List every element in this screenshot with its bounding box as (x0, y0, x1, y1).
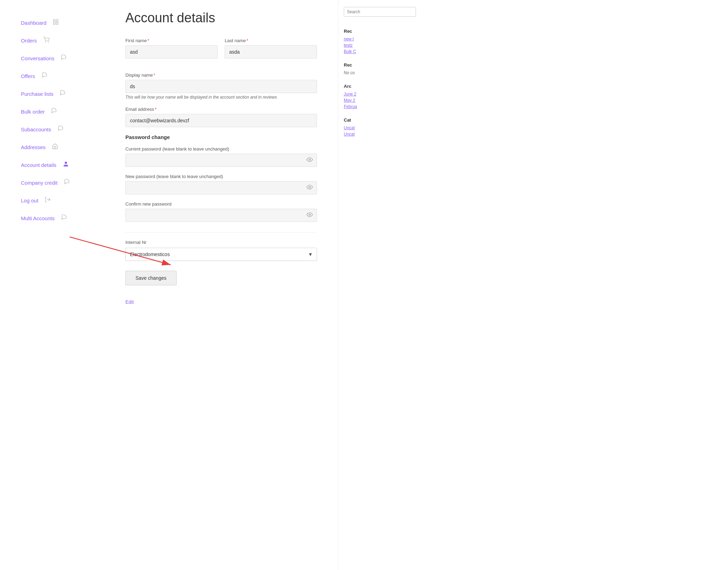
svg-point-10 (309, 214, 311, 216)
new-password-label: New password (leave blank to leave uncha… (125, 174, 317, 179)
subaccounts-icon (57, 125, 64, 133)
name-row: First name* Last name* (125, 38, 317, 66)
current-password-group: Current password (leave blank to leave u… (125, 146, 317, 167)
archive-link-2[interactable]: May 2 (344, 98, 416, 103)
first-name-input[interactable] (125, 45, 218, 59)
first-name-group: First name* (125, 38, 218, 59)
sidebar-item-subaccounts[interactable]: Subaccounts (21, 121, 104, 138)
multi-accounts-icon (60, 214, 68, 222)
new-password-toggle-icon[interactable] (307, 184, 313, 192)
display-name-hint: This will be how your name will be displ… (125, 95, 317, 100)
display-name-group: Display name* This will be how your name… (125, 72, 317, 100)
email-group: Email address* (125, 107, 317, 127)
current-password-input[interactable] (125, 154, 317, 167)
password-section-title: Password change (125, 134, 317, 140)
sidebar-item-account-details[interactable]: Account details (21, 156, 104, 174)
company-credit-icon (63, 179, 71, 187)
recent-link-3[interactable]: Bulk C (344, 49, 416, 54)
sidebar-item-dashboard[interactable]: Dashboard (21, 14, 104, 32)
account-details-icon (62, 161, 70, 169)
svg-rect-2 (56, 23, 58, 24)
log-out-icon (44, 197, 52, 205)
categories-title: Cat (344, 117, 416, 123)
svg-point-4 (45, 42, 46, 43)
offers-icon (41, 72, 48, 80)
new-password-group: New password (leave blank to leave uncha… (125, 174, 317, 194)
last-name-input[interactable] (225, 45, 317, 59)
svg-rect-0 (54, 20, 55, 21)
svg-point-5 (48, 42, 49, 43)
sidebar-item-orders[interactable]: Orders (21, 32, 104, 49)
sidebar-item-log-out[interactable]: Log out (21, 192, 104, 209)
sidebar-item-conversations[interactable]: Conversations (21, 49, 104, 67)
recent-title-1: Rec (344, 29, 416, 34)
new-password-wrapper (125, 181, 317, 194)
current-password-toggle-icon[interactable] (307, 156, 313, 164)
confirm-password-label: Confirm new password (125, 201, 317, 207)
orders-icon (42, 37, 50, 45)
new-password-input[interactable] (125, 181, 317, 194)
internal-nr-label: Internal Nr (125, 240, 317, 245)
first-name-label: First name* (125, 38, 218, 43)
recent-section-1: Rec new t testz Bulk C (344, 29, 416, 54)
purchase-lists-icon (59, 90, 67, 98)
dashboard-icon (52, 19, 60, 27)
confirm-password-input[interactable] (125, 209, 317, 222)
archive-link-3[interactable]: Februa (344, 104, 416, 109)
archive-section: Arc June 2 May 2 Februa (344, 84, 416, 109)
edit-link[interactable]: Edit (125, 299, 317, 305)
email-label: Email address* (125, 107, 317, 112)
recent-link-2[interactable]: testz (344, 43, 416, 48)
sidebar: Dashboard Orders Conversations Offers Pu… (0, 0, 111, 570)
recent-section-2: Rec No co (344, 62, 416, 75)
sidebar-item-offers[interactable]: Offers (21, 67, 104, 85)
sidebar-item-multi-accounts[interactable]: Multi Accounts (21, 209, 104, 227)
main-content: Account details First name* Last name* D… (111, 0, 338, 570)
internal-nr-section: Internal Nr Electrodomesticos ▼ (125, 232, 317, 261)
display-name-label: Display name* (125, 72, 317, 78)
addresses-icon (51, 143, 59, 151)
internal-nr-select-wrapper: Electrodomesticos ▼ (125, 248, 317, 261)
sidebar-item-addresses[interactable]: Addresses (21, 138, 104, 156)
svg-rect-3 (54, 23, 55, 24)
category-link-2[interactable]: Uncat (344, 132, 416, 137)
svg-point-8 (309, 159, 311, 161)
conversations-icon (60, 54, 68, 62)
categories-section: Cat Uncat Uncat (344, 117, 416, 137)
last-name-group: Last name* (225, 38, 317, 59)
last-name-label: Last name* (225, 38, 317, 43)
page-title: Account details (125, 10, 317, 25)
sidebar-item-bulk-order[interactable]: Bulk order (21, 103, 104, 121)
save-changes-button[interactable]: Save changes (125, 271, 177, 285)
search-input[interactable] (344, 7, 416, 17)
confirm-password-group: Confirm new password (125, 201, 317, 222)
current-password-label: Current password (leave blank to leave u… (125, 146, 317, 152)
email-input[interactable] (125, 114, 317, 127)
confirm-password-toggle-icon[interactable] (307, 211, 313, 219)
confirm-password-wrapper (125, 209, 317, 222)
recent-title-2: Rec (344, 62, 416, 68)
svg-point-6 (65, 162, 67, 164)
current-password-wrapper (125, 154, 317, 167)
recent-link-1[interactable]: new t (344, 37, 416, 41)
sidebar-item-company-credit[interactable]: Company credit (21, 174, 104, 192)
bulk-order-icon (50, 108, 58, 116)
svg-rect-1 (56, 20, 58, 21)
search-section (344, 7, 416, 20)
sidebar-item-purchase-lists[interactable]: Purchase lists (21, 85, 104, 103)
right-panel: Rec new t testz Bulk C Rec No co Arc Jun… (338, 0, 421, 570)
recent-no-content: No co (344, 70, 355, 75)
display-name-input[interactable] (125, 80, 317, 93)
internal-nr-select[interactable]: Electrodomesticos (125, 248, 317, 261)
category-link-1[interactable]: Uncat (344, 125, 416, 130)
archive-title: Arc (344, 84, 416, 89)
svg-point-9 (309, 186, 311, 188)
archive-link-1[interactable]: June 2 (344, 92, 416, 97)
